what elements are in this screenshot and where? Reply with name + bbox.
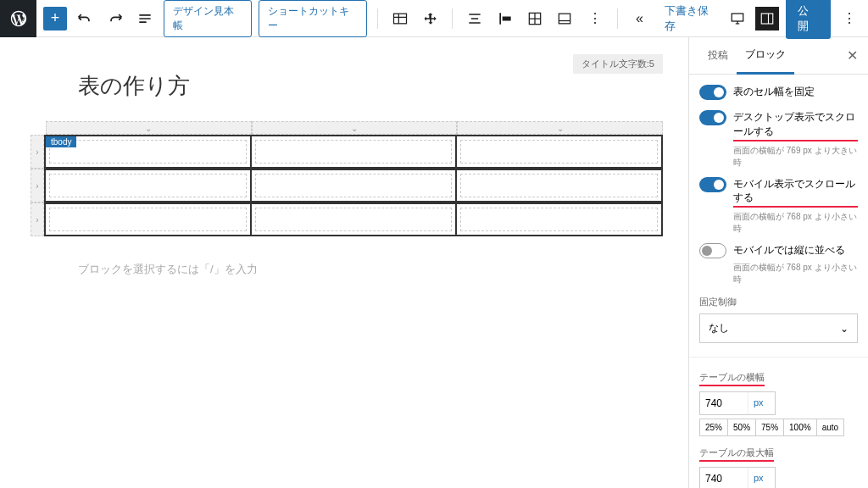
align-icon[interactable] xyxy=(463,7,486,30)
design-sample-chip[interactable]: デザイン見本帳 xyxy=(164,0,252,37)
panel-icon[interactable] xyxy=(554,7,576,30)
toggle-mobile-stack[interactable] xyxy=(699,243,726,258)
table-cell[interactable] xyxy=(456,203,662,236)
toggle-label: デスクトップ表示でスクロールする xyxy=(733,110,858,141)
toggle-label: モバイルでは縦に並べる xyxy=(733,243,845,258)
char-count-badge: タイトル文字数:5 xyxy=(573,54,663,74)
preset-button[interactable]: 25% xyxy=(699,419,728,436)
toggle-note: 画面の横幅が 769 px より大きい時 xyxy=(733,145,858,169)
preset-button[interactable]: 75% xyxy=(755,419,784,436)
wordpress-logo[interactable] xyxy=(0,0,36,37)
grid-icon[interactable] xyxy=(523,7,546,30)
tab-post[interactable]: 投稿 xyxy=(699,38,737,73)
col-handle[interactable]: ⌄ xyxy=(252,121,458,135)
preset-button[interactable]: 100% xyxy=(783,419,817,436)
save-draft-link[interactable]: 下書き保存 xyxy=(665,3,719,34)
close-sidebar-icon[interactable]: ✕ xyxy=(847,47,858,64)
toggle-note: 画面の横幅が 768 px より小さい時 xyxy=(733,262,858,286)
table-cell[interactable] xyxy=(456,136,662,168)
more-menu-icon[interactable]: ⋮ xyxy=(837,7,860,30)
toggle-mobile-scroll[interactable] xyxy=(699,177,726,192)
field-label: 固定制御 xyxy=(699,296,858,308)
toggle-label: モバイル表示でスクロールする xyxy=(733,177,858,208)
col-handle[interactable]: ⌄ xyxy=(46,121,252,135)
field-label: テーブルの横幅 xyxy=(699,371,765,386)
table-cell[interactable] xyxy=(45,169,251,202)
fixed-control-select[interactable]: なし⌄ xyxy=(699,313,858,343)
table-cell[interactable] xyxy=(251,203,457,236)
field-label: テーブルの最大幅 xyxy=(699,446,774,462)
more-toolbar-icon[interactable]: ⋮ xyxy=(583,7,606,30)
col-handle[interactable]: ⌄ xyxy=(457,121,663,135)
sidebar-toggle-button[interactable] xyxy=(755,7,779,30)
page-title[interactable]: 表の作り方 xyxy=(78,71,663,101)
shortcut-chip[interactable]: ショートカットキー xyxy=(259,0,367,37)
table-width-input[interactable]: px xyxy=(699,391,776,415)
tab-block[interactable]: ブロック xyxy=(737,37,794,75)
redo-icon[interactable] xyxy=(103,7,126,30)
toggle-note: 画面の横幅が 768 px より小さい時 xyxy=(733,211,858,235)
chevron-down-icon: ⌄ xyxy=(840,323,849,335)
toggle-fixed-cell[interactable] xyxy=(699,85,726,100)
table-cell[interactable] xyxy=(456,169,662,202)
toggle-label: 表のセル幅を固定 xyxy=(733,85,815,99)
table-cell[interactable] xyxy=(251,169,457,202)
table-icon[interactable] xyxy=(388,7,411,30)
preset-button[interactable]: auto xyxy=(816,419,844,436)
svg-rect-2 xyxy=(559,14,570,24)
svg-rect-3 xyxy=(732,14,743,21)
add-block-button[interactable]: + xyxy=(43,7,66,30)
table-maxwidth-input[interactable]: px xyxy=(699,467,776,488)
publish-button[interactable]: 公開 xyxy=(786,0,832,39)
row-handle[interactable]: › xyxy=(31,135,44,169)
preset-button[interactable]: 50% xyxy=(727,419,756,436)
align-left-icon[interactable] xyxy=(493,7,516,30)
row-handle[interactable]: › xyxy=(31,169,44,202)
table-cell[interactable] xyxy=(45,203,251,236)
desktop-view-button[interactable] xyxy=(726,7,749,30)
toggle-desktop-scroll[interactable] xyxy=(699,110,726,125)
tbody-tag: tbody xyxy=(46,136,76,147)
table-cell[interactable] xyxy=(251,136,457,168)
list-view-icon[interactable] xyxy=(134,7,157,30)
svg-rect-4 xyxy=(761,14,773,24)
move-icon[interactable] xyxy=(419,7,442,30)
block-placeholder[interactable]: ブロックを選択するには「/」を入力 xyxy=(78,262,663,277)
row-handle[interactable]: › xyxy=(31,202,44,236)
collapse-icon[interactable]: « xyxy=(628,7,651,30)
undo-icon[interactable] xyxy=(74,7,97,30)
svg-rect-0 xyxy=(394,14,407,24)
table-block[interactable]: tbody ⌄ ⌄ ⌄ › › › xyxy=(31,121,663,236)
